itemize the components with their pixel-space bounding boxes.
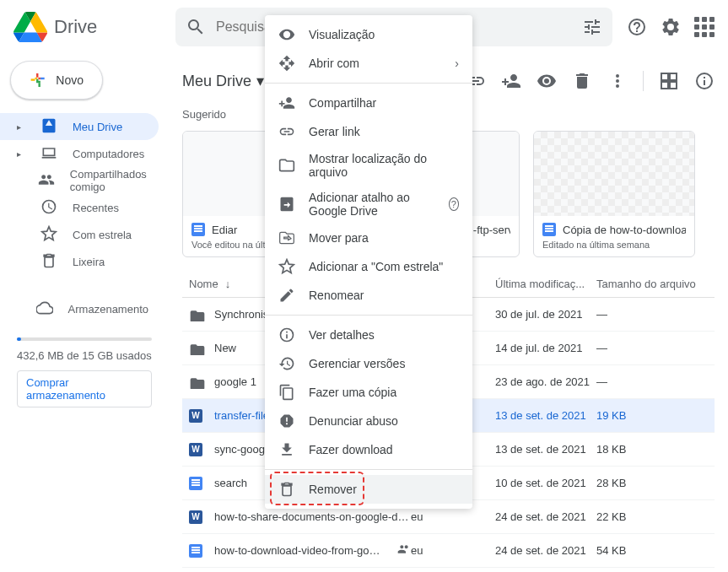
nav-icon — [40, 225, 57, 245]
menu-item-share[interactable]: Compartilhar — [265, 89, 472, 117]
trash-icon — [278, 481, 295, 498]
sidebar-item-1[interactable]: ▸Computadores — [0, 140, 159, 167]
more-icon[interactable] — [607, 71, 628, 91]
file-modified: 23 de ago. de 2021 — [495, 375, 596, 388]
file-modified: 13 de set. de 2021 — [495, 409, 596, 422]
menu-item-shortcut[interactable]: Adicionar atalho ao Google Drive? — [265, 185, 472, 224]
menu-item-label: Mostrar localização do arquivo — [309, 152, 459, 179]
sidebar-item-6[interactable]: Armazenamento — [0, 295, 159, 322]
menu-item-download[interactable]: Fazer download — [265, 435, 472, 464]
table-row[interactable]: foto 1.jpg eu 10 de set. de 2021 15 KB — [182, 568, 715, 572]
help-icon[interactable] — [627, 17, 647, 37]
menu-item-copy[interactable]: Fazer uma cópia — [265, 378, 472, 407]
apps-icon[interactable] — [694, 17, 715, 37]
col-modified[interactable]: Última modificaç... — [495, 278, 596, 290]
link-icon — [278, 123, 295, 140]
word-icon — [189, 510, 202, 524]
menu-separator — [265, 83, 472, 84]
file-modified: 14 de jul. de 2021 — [495, 342, 596, 354]
search-icon — [186, 17, 206, 37]
card-title: Cópia de how-to-download-v... — [563, 224, 686, 236]
file-size: 22 KB — [596, 510, 715, 523]
folder-icon — [189, 375, 202, 389]
file-name: New — [214, 342, 236, 354]
menu-item-move[interactable]: Mover para — [265, 224, 472, 252]
menu-item-versions[interactable]: Gerenciar versões — [265, 349, 472, 378]
menu-item-info[interactable]: Ver detalhes — [265, 321, 472, 349]
nav-icon — [40, 252, 57, 272]
col-size[interactable]: Tamanho do arquivo — [596, 278, 715, 290]
info-icon — [278, 326, 295, 343]
new-button[interactable]: Novo — [10, 61, 103, 100]
menu-item-folder[interactable]: Mostrar localização do arquivo — [265, 146, 472, 185]
file-toolbar — [466, 71, 715, 91]
suggested-card[interactable]: Cópia de how-to-download-v... Editado na… — [533, 131, 695, 257]
folder-icon — [189, 342, 202, 355]
preview-icon[interactable] — [537, 71, 557, 91]
menu-item-report[interactable]: Denunciar abuso — [265, 407, 472, 435]
menu-item-link[interactable]: Gerar link — [265, 117, 472, 146]
table-row[interactable]: how-to-download-video-from-google-... eu… — [182, 534, 715, 568]
menu-item-trash[interactable]: Remover — [265, 475, 472, 504]
help-badge-icon: ? — [449, 197, 459, 211]
report-icon — [278, 413, 295, 429]
file-size: — — [596, 342, 715, 354]
gear-icon[interactable] — [661, 17, 681, 37]
file-owner: eu — [411, 544, 495, 557]
storage-section: 432,6 MB de 15 GB usados Comprar armazen… — [0, 322, 169, 414]
menu-item-rename[interactable]: Renomear — [265, 281, 472, 310]
menu-separator — [265, 315, 472, 316]
sidebar-item-0[interactable]: ▸Meu Drive — [0, 113, 159, 140]
menu-item-label: Gerenciar versões — [309, 357, 405, 370]
breadcrumb-label: Meu Drive — [182, 73, 251, 90]
search-options-icon[interactable] — [582, 17, 602, 37]
menu-separator — [265, 469, 472, 470]
trash-icon[interactable] — [572, 71, 592, 91]
folder-icon — [278, 157, 295, 174]
file-name: search — [214, 477, 247, 489]
header-actions — [627, 17, 715, 37]
sidebar-item-label: Lixeira — [73, 256, 105, 268]
breadcrumb[interactable]: Meu Drive ▾ — [182, 72, 264, 90]
file-size: 18 KB — [596, 443, 715, 456]
toolbar-separator — [643, 71, 644, 91]
file-modified: 30 de jul. de 2021 — [495, 308, 596, 321]
nav-icon — [36, 299, 53, 319]
file-size: — — [596, 375, 715, 388]
menu-item-open[interactable]: Abrir com› — [265, 49, 472, 78]
word-icon — [189, 409, 202, 423]
menu-item-star[interactable]: Adicionar a "Com estrela" — [265, 252, 472, 281]
drive-logo-icon — [13, 10, 47, 44]
file-name: how-to-share-documents-on-google-drive..… — [214, 510, 411, 523]
nav-list: ▸Meu Drive▸ComputadoresCompartilhados co… — [0, 113, 169, 322]
share-icon[interactable] — [501, 71, 521, 91]
context-menu: Visualização Abrir com› Compartilhar Ger… — [265, 15, 472, 509]
file-size: — — [596, 308, 715, 321]
shared-icon — [397, 542, 411, 559]
menu-item-label: Fazer download — [309, 443, 393, 456]
grid-view-icon[interactable] — [659, 71, 679, 91]
info-icon[interactable] — [694, 71, 715, 91]
buy-storage-button[interactable]: Comprar armazenamento — [17, 370, 152, 407]
nav-icon — [40, 144, 57, 164]
file-owner: eu — [411, 510, 495, 523]
file-modified: 24 de set. de 2021 — [495, 544, 596, 557]
nav-icon — [38, 171, 55, 191]
menu-item-label: Adicionar atalho ao Google Drive — [309, 191, 435, 218]
menu-item-eye[interactable]: Visualização — [265, 20, 472, 49]
move-icon — [278, 229, 295, 246]
menu-item-label: Fazer uma cópia — [309, 386, 396, 399]
docs-icon — [542, 223, 556, 236]
sidebar-item-5[interactable]: Lixeira — [0, 248, 159, 275]
menu-item-label: Adicionar a "Com estrela" — [309, 260, 443, 273]
sidebar-item-label: Com estrela — [73, 229, 132, 241]
menu-item-label: Ver detalhes — [309, 328, 375, 342]
sort-arrow-icon: ↓ — [225, 278, 231, 290]
card-subtitle: Editado na última semana — [542, 240, 686, 250]
rename-icon — [278, 287, 295, 304]
sidebar-item-2[interactable]: Compartilhados comigo — [0, 167, 159, 194]
sidebar-item-3[interactable]: Recentes — [0, 194, 159, 221]
sidebar-item-4[interactable]: Com estrela — [0, 221, 159, 248]
logo-area[interactable]: Drive — [13, 10, 169, 44]
sidebar-item-label: Armazenamento — [68, 303, 148, 316]
